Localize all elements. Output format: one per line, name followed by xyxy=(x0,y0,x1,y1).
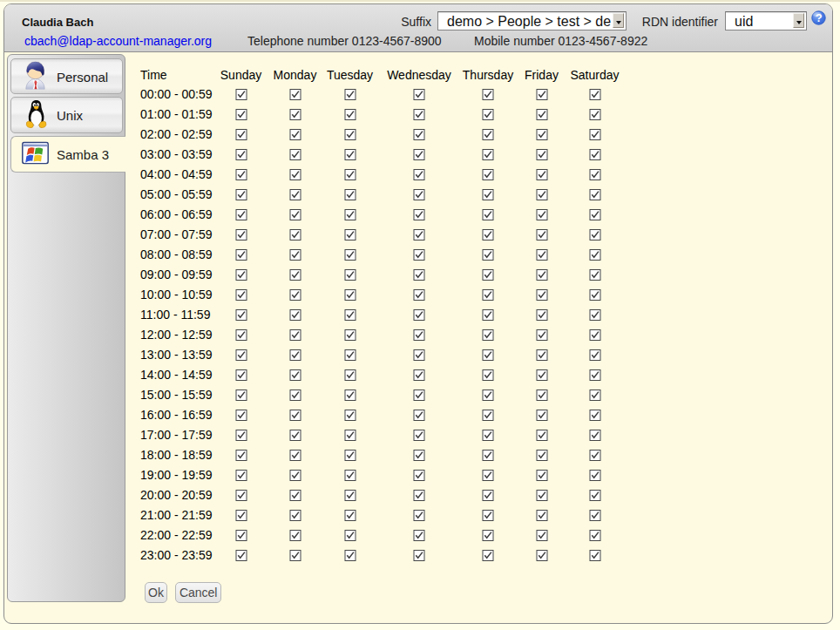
svg-text:?: ? xyxy=(816,11,823,24)
